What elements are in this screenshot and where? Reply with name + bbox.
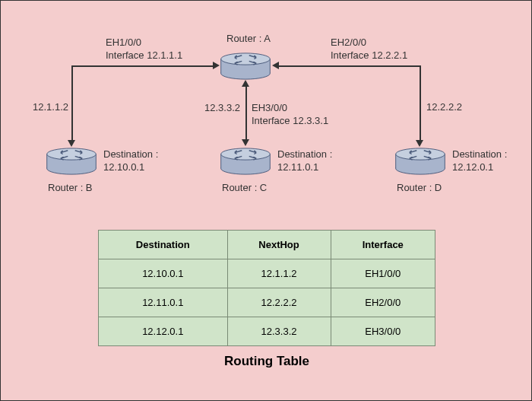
interface-name: EH3/0/0 xyxy=(252,102,287,113)
dest-label: Destination : xyxy=(277,148,332,160)
dest-value: 12.11.0.1 xyxy=(277,161,318,173)
cell-next: 12.2.2.2 xyxy=(227,288,331,317)
link-ab-hop: 12.1.1.2 xyxy=(33,101,68,114)
dest-label: Destination : xyxy=(103,148,158,160)
arrow-icon xyxy=(242,139,249,146)
cell-dest: 12.10.0.1 xyxy=(99,259,228,288)
router-a-icon xyxy=(219,52,272,81)
link-ac-v xyxy=(245,84,247,141)
link-ad-h xyxy=(276,65,420,67)
cell-iface: EH2/0/0 xyxy=(331,288,435,317)
arrow-icon xyxy=(416,140,423,147)
table-header-row: Destination NextHop Interface xyxy=(99,231,435,259)
arrow-icon xyxy=(242,80,249,87)
router-c-dest: Destination : 12.11.0.1 xyxy=(277,148,332,174)
link-ad-v xyxy=(420,65,421,142)
cell-dest: 12.11.0.1 xyxy=(99,288,228,317)
col-interface: Interface xyxy=(331,231,435,259)
col-nexthop: NextHop xyxy=(227,231,331,259)
interface-ip: Interface 12.2.2.1 xyxy=(331,49,407,61)
link-ac-label: EH3/0/0 Interface 12.3.3.1 xyxy=(252,102,328,128)
router-b-icon xyxy=(45,147,98,176)
cell-dest: 12.12.0.1 xyxy=(99,317,228,346)
link-ab-v xyxy=(71,65,73,142)
link-ad-hop: 12.2.2.2 xyxy=(426,101,462,114)
table-title: Routing Table xyxy=(98,354,435,369)
router-c-icon xyxy=(219,147,272,176)
col-destination: Destination xyxy=(99,231,228,259)
router-d-label: Router : D xyxy=(397,182,442,195)
table-row: 12.11.0.1 12.2.2.2 EH2/0/0 xyxy=(99,288,435,317)
router-c-label: Router : C xyxy=(222,182,267,195)
table-row: 12.10.0.1 12.1.1.2 EH1/0/0 xyxy=(99,259,435,288)
cell-iface: EH3/0/0 xyxy=(331,317,435,346)
table-row: 12.12.0.1 12.3.3.2 EH3/0/0 xyxy=(99,317,435,346)
link-ad-label: EH2/0/0 Interface 12.2.2.1 xyxy=(331,37,407,62)
link-ac-hop: 12.3.3.2 xyxy=(204,102,240,115)
dest-value: 12.10.0.1 xyxy=(103,161,144,173)
router-b-label: Router : B xyxy=(48,182,93,195)
diagram-canvas: Router : A Router : B Destination : 12.1… xyxy=(0,0,532,401)
interface-ip: Interface 12.3.3.1 xyxy=(252,115,328,126)
router-b-dest: Destination : 12.10.0.1 xyxy=(103,148,158,174)
router-d-dest: Destination : 12.12.0.1 xyxy=(452,148,507,174)
dest-label: Destination : xyxy=(452,148,507,160)
interface-ip: Interface 12.1.1.1 xyxy=(106,49,182,61)
router-a-label: Router : A xyxy=(226,33,271,46)
routing-table: Destination NextHop Interface 12.10.0.1 … xyxy=(98,230,435,346)
dest-value: 12.12.0.1 xyxy=(452,161,493,173)
cell-iface: EH1/0/0 xyxy=(331,259,435,288)
link-ab-label: EH1/0/0 Interface 12.1.1.1 xyxy=(106,37,182,62)
interface-name: EH1/0/0 xyxy=(106,37,141,48)
arrow-icon xyxy=(272,62,279,69)
cell-next: 12.1.1.2 xyxy=(227,259,331,288)
arrow-icon xyxy=(213,62,220,69)
interface-name: EH2/0/0 xyxy=(331,37,366,48)
arrow-icon xyxy=(68,140,75,147)
router-d-icon xyxy=(394,147,447,176)
routing-table-wrap: Destination NextHop Interface 12.10.0.1 … xyxy=(98,230,435,369)
link-ab-h xyxy=(71,65,214,67)
cell-next: 12.3.3.2 xyxy=(227,317,331,346)
